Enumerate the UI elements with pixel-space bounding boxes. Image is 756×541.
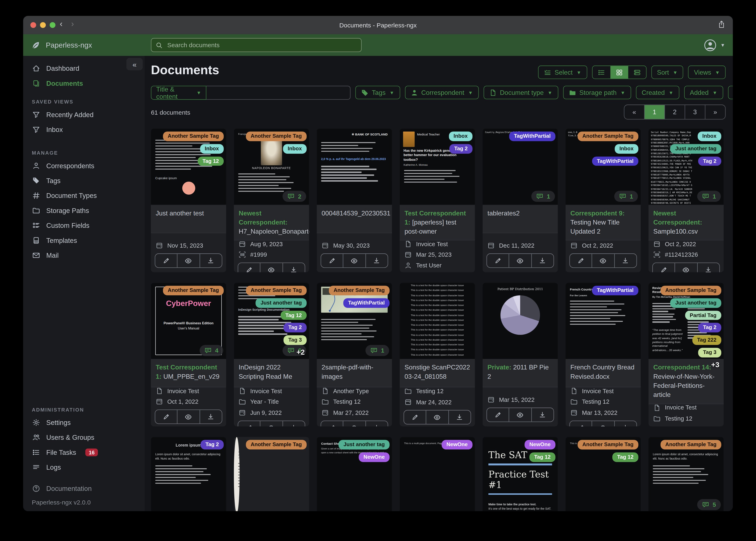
tag-badge[interactable]: Tag 2 (698, 323, 721, 332)
tag-badge[interactable]: Tag 12 (612, 452, 638, 462)
preview-document-button[interactable] (509, 408, 532, 421)
sidebar-collapse-button[interactable]: « (126, 58, 143, 70)
notes-badge[interactable]: 1 (365, 345, 389, 356)
preview-document-button[interactable] (592, 254, 614, 267)
sidebar-item-custom-fields[interactable]: Custom Fields (23, 218, 145, 233)
global-search[interactable] (151, 38, 361, 52)
document-thumbnail[interactable]: Patient BP Distribution 2011 (483, 283, 558, 359)
tag-badge[interactable]: Tag 2 (698, 156, 721, 166)
notes-badge[interactable]: 1 (531, 191, 555, 202)
tag-badge[interactable]: Just another tag (670, 144, 721, 153)
edit-document-button[interactable] (653, 263, 675, 272)
tag-badge[interactable]: TagWithPartial (343, 298, 390, 307)
card-title-strip[interactable]: French Country Bread Revised.docx (566, 359, 641, 387)
edit-document-button[interactable] (487, 254, 509, 267)
filter-document-type-button[interactable]: Document type▼ (483, 86, 558, 99)
filter-tags-button[interactable]: Tags▼ (356, 86, 400, 99)
sidebar-item-file-tasks[interactable]: File Tasks 16 (23, 445, 145, 460)
document-card[interactable]: The SATPractice Test #1Make time to take… (483, 437, 558, 511)
tag-badge[interactable]: NewOne (524, 440, 555, 449)
document-card[interactable]: Contact Sheet DemoGiven a set of image f… (317, 437, 392, 511)
tag-badge[interactable]: Another Sample Tag (660, 440, 721, 449)
document-card[interactable]: 1 Another Sample TagTagWithPartial2sampl… (317, 283, 392, 426)
sidebar-item-correspondents[interactable]: Correspondents (23, 158, 145, 173)
tag-badge[interactable]: Tag 12 (529, 452, 555, 462)
pagination-prev[interactable]: « (624, 105, 645, 119)
download-document-button[interactable] (200, 410, 222, 423)
sidebar-item-tags[interactable]: Tags (23, 173, 145, 188)
tag-badge[interactable]: Just another tag (339, 440, 390, 449)
document-card[interactable]: Review of Arbitral Awards shows swift Re… (649, 283, 724, 426)
card-title-strip[interactable]: Test Correspondent 1: UM_PPBE_en_v29 (151, 359, 226, 387)
document-thumbnail[interactable]: This is a test for the double space char… (400, 283, 475, 359)
download-document-button[interactable] (615, 421, 637, 426)
card-title-strip[interactable]: 0004814539_20230531 (317, 205, 392, 233)
view-mode-detailview[interactable] (628, 66, 646, 79)
pagination-next[interactable]: » (705, 105, 725, 119)
view-mode-listview[interactable] (592, 66, 610, 79)
preview-document-button[interactable] (344, 421, 366, 426)
search-input[interactable] (166, 41, 357, 49)
preview-document-button[interactable] (261, 421, 283, 426)
card-title-strip[interactable]: Private: 2011 BP Pie 2 (483, 359, 558, 387)
download-document-button[interactable] (532, 408, 554, 421)
sidebar-item-documentation[interactable]: Documentation (23, 481, 145, 496)
tag-badge[interactable]: TagWithPartial (592, 286, 638, 295)
title-content-filter[interactable]: Title & content▼ (151, 86, 351, 100)
document-card[interactable]: Country,Region/State,"…",Tab1 TagWithPar… (483, 129, 558, 272)
edit-document-button[interactable] (155, 254, 177, 267)
edit-document-button[interactable] (321, 421, 343, 426)
document-card[interactable]: ✳ BANK OF SCOTLAND2,0 % p. a. auf Ihr Ta… (317, 129, 392, 272)
sidebar-item-recently-added[interactable]: Recently Added (23, 107, 145, 122)
document-card[interactable]: This is a multi page document. Page 1. N… (400, 437, 475, 511)
tag-badge[interactable]: Partial Tag (685, 310, 721, 320)
card-title-strip[interactable]: Correspondent 9: Testing New Title Updat… (566, 205, 641, 241)
sidebar-item-inbox[interactable]: Inbox (23, 122, 145, 137)
edit-document-button[interactable] (404, 410, 426, 424)
download-document-button[interactable] (200, 254, 222, 267)
preview-document-button[interactable] (261, 263, 283, 272)
edit-document-button[interactable] (487, 408, 509, 421)
download-document-button[interactable] (366, 254, 388, 267)
download-document-button[interactable] (283, 263, 305, 272)
notes-badge[interactable]: 5 (697, 499, 721, 510)
preview-document-button[interactable] (592, 421, 614, 426)
filter-storage-path-button[interactable]: Storage path▼ (563, 86, 631, 99)
preview-document-button[interactable] (509, 254, 532, 267)
sidebar-item-users-groups[interactable]: Users & Groups (23, 430, 145, 444)
tag-badge[interactable]: Another Sample Tag (246, 132, 307, 141)
edit-document-button[interactable] (570, 421, 592, 426)
tag-badge[interactable]: NewOne (359, 452, 390, 462)
tag-badge[interactable]: Another Sample Tag (163, 286, 224, 295)
view-mode-gridview[interactable] (610, 66, 628, 79)
edit-document-button[interactable] (155, 410, 177, 423)
preview-document-button[interactable] (426, 410, 449, 424)
tag-badge[interactable]: Tag 222 (692, 335, 721, 345)
filter-added-button[interactable]: Added▼ (684, 86, 723, 99)
document-card[interactable]: This is a test Another Sample TagTag 12 (566, 437, 641, 511)
edit-document-button[interactable] (321, 254, 343, 267)
sidebar-item-storage-paths[interactable]: Storage Paths (23, 203, 145, 218)
sidebar-item-logs[interactable]: Logs (23, 460, 145, 474)
document-thumbnail[interactable]: Test Name123-456-7890 (234, 437, 240, 511)
document-card[interactable]: Francja pod r…NAPOLEON BONAPARTE2 Anothe… (234, 129, 309, 272)
tag-badge[interactable]: Inbox (449, 132, 473, 141)
views-button[interactable]: Views▼ (688, 66, 726, 79)
card-title-strip[interactable]: Test Correspondent 1: [paperless] test p… (400, 205, 475, 241)
preview-document-button[interactable] (178, 410, 200, 423)
notes-badge[interactable]: 4 (200, 345, 223, 356)
card-title-strip[interactable]: Sonstige ScanPC2022 03-24_081058 (400, 359, 475, 387)
sort-button[interactable]: Sort▼ (651, 66, 683, 79)
edit-document-button[interactable] (238, 421, 260, 426)
tag-badge[interactable]: Inbox (697, 132, 721, 141)
tag-badge[interactable]: Another Sample Tag (329, 286, 390, 295)
document-card[interactable]: This is a test for the double space char… (400, 283, 475, 426)
notes-badge[interactable]: 2 (282, 191, 306, 202)
card-title-strip[interactable]: 2sample-pdf-with-images (317, 359, 392, 387)
document-card[interactable]: Lorem ipsumLorem ipsum dolor sit amet, c… (649, 437, 724, 511)
card-title-strip[interactable]: Newest Correspondent: Sample100.csv (649, 205, 724, 241)
download-document-button[interactable] (283, 421, 305, 426)
document-card[interactable]: Serial Number,Company Name,Emp 978818999… (649, 129, 724, 272)
filter-text-input[interactable] (207, 86, 351, 100)
sidebar-item-settings[interactable]: Settings (23, 415, 145, 430)
